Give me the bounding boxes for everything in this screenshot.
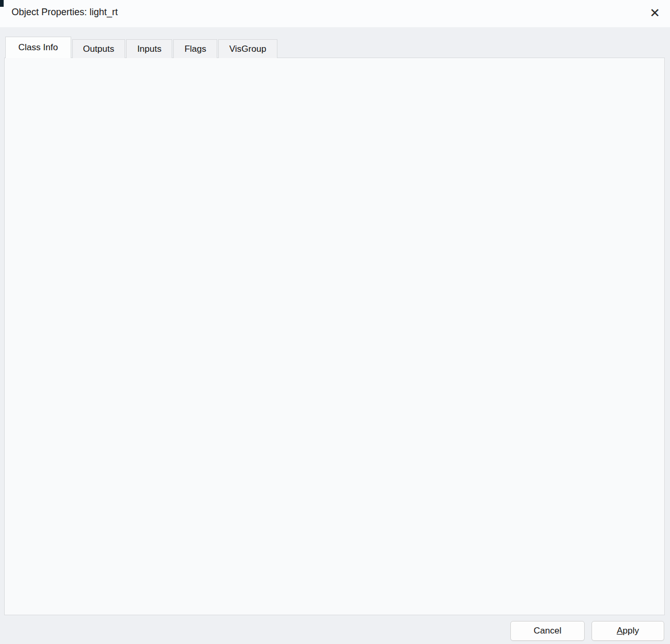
apply-button[interactable]: Apply (591, 621, 664, 641)
tab-class-info[interactable]: Class Info (5, 37, 71, 58)
cancel-button[interactable]: Cancel (510, 621, 585, 641)
tab-flags[interactable]: Flags (173, 39, 217, 58)
window-title: Object Properties: light_rt (12, 7, 118, 18)
class-info-panel (4, 58, 665, 615)
tab-visgroup[interactable]: VisGroup (218, 39, 277, 58)
screen-corner-artifact (0, 0, 4, 7)
tab-bar: Class InfoOutputsInputsFlagsVisGroup (5, 37, 278, 58)
close-icon[interactable]: ✕ (647, 5, 663, 21)
tab-inputs[interactable]: Inputs (126, 39, 172, 58)
tab-outputs[interactable]: Outputs (72, 39, 126, 58)
